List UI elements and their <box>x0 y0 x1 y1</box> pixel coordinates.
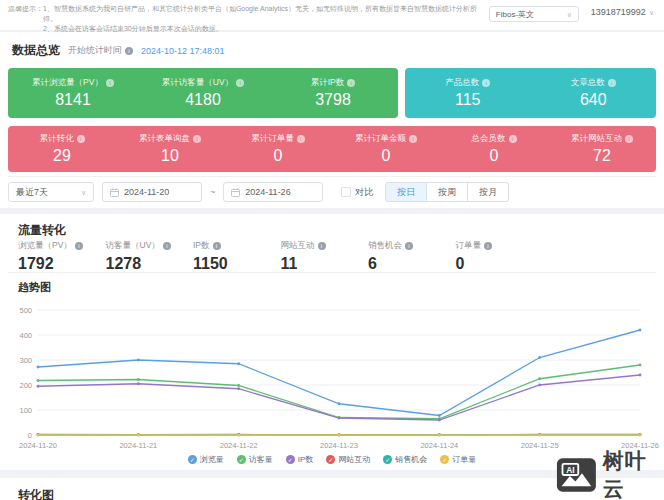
series-line-访客量 <box>38 365 640 419</box>
legend-label: 网站互动 <box>338 454 370 465</box>
info-icon[interactable]: i <box>193 135 201 143</box>
date-separator: ~ <box>210 187 215 197</box>
teal-metric-1: 文章总数i640 <box>531 77 657 109</box>
metric-value: 1150 <box>193 255 281 273</box>
green-metric-1: 累计访客量（UV）i4180 <box>138 77 268 109</box>
metric-value: 4180 <box>138 91 268 109</box>
info-icon[interactable]: i <box>347 79 355 87</box>
legend-label: 访客量 <box>249 454 273 465</box>
y-tick-label: 500 <box>19 306 32 315</box>
metric-label: 累计网站互动i <box>548 133 656 145</box>
end-date-input[interactable]: 2024-11-26 <box>223 182 323 202</box>
site-select[interactable]: Fibos-英文 ∨ <box>489 6 579 22</box>
metric-label-text: 累计网站互动 <box>571 133 622 145</box>
filter-row: 最近7天 ∨ 2024-11-20 ~ 2024-11-26 对比 按日 按周 … <box>8 182 509 202</box>
metric-value: 10 <box>116 147 224 165</box>
calendar-icon <box>231 188 240 197</box>
info-icon[interactable]: i <box>318 242 326 250</box>
x-tick-label: 2024-11-20 <box>19 441 57 450</box>
traffic-metric-0: 浏览量（PV）i1792 <box>18 240 106 273</box>
legend-item-销售机会[interactable]: ✓销售机会 <box>383 454 427 465</box>
info-icon[interactable]: i <box>77 135 85 143</box>
metric-label: 累计订单量i <box>224 133 332 145</box>
info-icon[interactable]: i <box>405 242 413 250</box>
metric-label-text: IP数 <box>193 240 210 252</box>
red-metric-1: 累计表单询盘i10 <box>116 133 224 165</box>
start-time-label-text: 开始统计时间 <box>68 44 122 57</box>
metric-label: 累计访客量（UV）i <box>138 77 268 89</box>
site-select-value: Fibos-英文 <box>496 9 534 20</box>
info-icon[interactable]: i <box>106 79 114 87</box>
info-icon[interactable]: i <box>608 79 616 87</box>
series-line-IP数 <box>38 375 640 420</box>
info-icon[interactable]: i <box>75 242 83 250</box>
granularity-week-button[interactable]: 按周 <box>427 182 468 202</box>
legend-label: 销售机会 <box>395 454 427 465</box>
trend-chart-title: 趋势图 <box>18 280 51 295</box>
red-metric-3: 累计订单金额i0 <box>332 133 440 165</box>
y-tick-label: 100 <box>19 406 32 415</box>
end-date-value: 2024-11-26 <box>245 187 290 197</box>
red-metric-5: 累计网站互动i72 <box>548 133 656 165</box>
info-icon[interactable]: i <box>163 242 171 250</box>
legend-check-icon: ✓ <box>440 455 449 464</box>
metric-label-text: 累计订单量 <box>251 133 294 145</box>
metric-value: 1792 <box>18 255 106 273</box>
metric-value: 11 <box>281 255 369 273</box>
granularity-month-button[interactable]: 按月 <box>468 182 509 202</box>
metric-value: 6 <box>368 255 456 273</box>
info-icon[interactable]: i <box>236 79 244 87</box>
compare-label: 对比 <box>355 186 373 199</box>
calendar-icon <box>110 188 119 197</box>
metric-label-text: 文章总数 <box>571 77 605 89</box>
metric-label: 累计订单金额i <box>332 133 440 145</box>
info-icon[interactable]: i <box>484 242 492 250</box>
x-tick-label: 2024-11-24 <box>420 441 458 450</box>
legend-item-IP数[interactable]: ✓IP数 <box>286 454 314 465</box>
legend-check-icon: ✓ <box>188 455 197 464</box>
metric-label: 累计IP数i <box>268 77 398 89</box>
chevron-down-icon: ∨ <box>649 9 654 16</box>
metric-label-text: 累计浏览量（PV） <box>32 77 103 89</box>
info-icon[interactable]: i <box>213 242 221 250</box>
legend-item-订单量[interactable]: ✓订单量 <box>440 454 476 465</box>
metric-value: 29 <box>8 147 116 165</box>
account-menu[interactable]: 13918719992 ∨ <box>591 7 654 17</box>
legend-item-浏览量[interactable]: ✓浏览量 <box>188 454 224 465</box>
date-range-select[interactable]: 最近7天 ∨ <box>8 182 94 202</box>
granularity-day-button[interactable]: 按日 <box>385 182 427 202</box>
content-totals-card: 产品总数i115文章总数i640 <box>405 68 656 118</box>
metric-label-text: 总会员数 <box>472 133 506 145</box>
overview-header: 数据总览 开始统计时间 i 2024-10-12 17:48:01 <box>12 42 225 59</box>
svg-text:AI: AI <box>566 465 574 475</box>
metric-label: 销售机会i <box>368 240 456 252</box>
info-icon[interactable]: i <box>409 135 417 143</box>
info-icon[interactable]: i <box>509 135 517 143</box>
next-section-title: 转化图 <box>18 487 54 500</box>
compare-checkbox[interactable] <box>341 187 351 197</box>
metric-label-text: 网站互动 <box>281 240 315 252</box>
info-icon[interactable]: i <box>625 135 633 143</box>
legend-item-访客量[interactable]: ✓访客量 <box>237 454 273 465</box>
start-date-input[interactable]: 2024-11-20 <box>102 182 202 202</box>
metric-value: 3798 <box>268 91 398 109</box>
traffic-metric-4: 销售机会i6 <box>368 240 456 273</box>
conversion-totals-card: 累计转化i29累计表单询盘i10累计订单量i0累计订单金额i0总会员数i0累计网… <box>8 126 656 172</box>
traffic-title: 流量转化 <box>18 222 66 239</box>
metric-label: IP数i <box>193 240 281 252</box>
y-tick-label: 400 <box>19 331 32 340</box>
watermark-brand-text: 树叶云 <box>603 447 664 500</box>
legend-check-icon: ✓ <box>237 455 246 464</box>
tips-lines: 1、智慧数据系统为我司自研产品，和其它统计分析类平台（如Google Analy… <box>43 4 489 30</box>
legend-item-网站互动[interactable]: ✓网站互动 <box>326 454 370 465</box>
tips-label: 温馨提示： <box>8 4 43 30</box>
info-icon[interactable]: i <box>482 79 490 87</box>
legend-check-icon: ✓ <box>286 455 295 464</box>
traffic-metric-1: 访客量（UV）i1278 <box>106 240 194 273</box>
info-icon[interactable]: i <box>297 135 305 143</box>
metric-value: 72 <box>548 147 656 165</box>
green-metric-2: 累计IP数i3798 <box>268 77 398 109</box>
info-icon[interactable]: i <box>125 47 133 55</box>
red-metric-0: 累计转化i29 <box>8 133 116 165</box>
metric-label-text: 累计访客量（UV） <box>162 77 233 89</box>
